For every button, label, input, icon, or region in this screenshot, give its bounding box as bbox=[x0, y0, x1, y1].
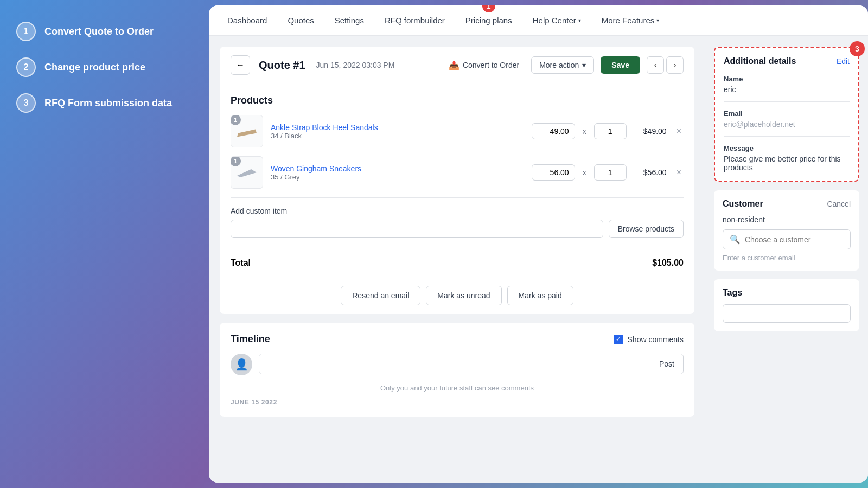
customer-status: non-resident bbox=[723, 215, 851, 224]
total-row: Total $105.00 bbox=[220, 249, 694, 277]
search-customer-input[interactable] bbox=[745, 235, 844, 244]
email-field: Email eric@placeholder.net bbox=[724, 110, 850, 137]
quote-panel: ← Quote #1 Jun 15, 2022 03:03 PM 📥 Conve… bbox=[209, 36, 705, 483]
name-field: Name eric bbox=[724, 75, 850, 102]
nav-quotes[interactable]: Quotes bbox=[285, 11, 316, 29]
customer-header: Customer Cancel bbox=[723, 199, 851, 209]
remove-product-1[interactable]: × bbox=[674, 124, 684, 138]
details-title: Additional details bbox=[724, 56, 796, 66]
customer-card: Customer Cancel non-resident 🔍 Enter a c… bbox=[714, 190, 859, 271]
timeline-title: Timeline bbox=[231, 333, 270, 345]
product-info-1: Ankle Strap Block Heel Sandals 34 / Blac… bbox=[271, 123, 524, 140]
back-button[interactable]: ← bbox=[231, 55, 250, 75]
add-custom-item-section: Add custom item Browse products bbox=[231, 197, 684, 238]
nav-dashboard[interactable]: Dashboard bbox=[225, 11, 269, 29]
product-row-2: 1 Woven Gingham Sneakers 35 / Grey x $56… bbox=[231, 156, 684, 189]
details-badge: 3 bbox=[850, 41, 865, 56]
remove-product-2[interactable]: × bbox=[674, 165, 684, 179]
post-comment-button[interactable]: Post bbox=[650, 354, 683, 374]
product-name-1[interactable]: Ankle Strap Block Heel Sandals bbox=[271, 123, 524, 132]
total-value: $105.00 bbox=[652, 258, 684, 268]
sidebar-step-3[interactable]: 3 RFQ Form submission data bbox=[16, 93, 193, 113]
comment-input[interactable] bbox=[259, 354, 650, 374]
timeline-date-label: JUNE 15 2022 bbox=[231, 399, 684, 406]
next-quote-button[interactable]: › bbox=[666, 56, 684, 74]
message-label: Message bbox=[724, 144, 850, 152]
customer-title: Customer bbox=[723, 199, 763, 209]
sidebar-step-1[interactable]: 1 Convert Quote to Order bbox=[16, 22, 193, 41]
nav-settings[interactable]: Settings bbox=[333, 11, 366, 29]
product-thumbnail-1: 1 bbox=[231, 115, 263, 147]
search-icon: 🔍 bbox=[730, 234, 741, 245]
step-circle-2: 2 bbox=[16, 57, 36, 77]
tags-card: Tags bbox=[714, 279, 859, 331]
products-section: Products 1 Ankle Strap Block Heel Sandal… bbox=[220, 84, 694, 249]
quote-navigation: ‹ › bbox=[647, 56, 684, 74]
total-label: Total bbox=[231, 258, 251, 268]
step-circle-3: 3 bbox=[16, 93, 36, 113]
product-price-input-1[interactable] bbox=[532, 123, 575, 139]
products-title: Products bbox=[231, 95, 684, 106]
timeline-input-row: 👤 Post bbox=[231, 354, 684, 375]
sidebar-step-1-label: Convert Quote to Order bbox=[44, 26, 154, 37]
nav-pricing-plans[interactable]: Pricing plans 1 bbox=[463, 11, 514, 29]
name-label: Name bbox=[724, 75, 850, 83]
show-comments-toggle[interactable]: ✓ Show comments bbox=[614, 335, 684, 344]
product-variant-2: 35 / Grey bbox=[271, 173, 524, 181]
email-label: Email bbox=[724, 110, 850, 118]
product-badge-2: 1 bbox=[231, 156, 241, 166]
product-price-input-2[interactable] bbox=[532, 164, 575, 181]
show-comments-label: Show comments bbox=[628, 335, 684, 344]
nav-more-features[interactable]: More Features ▾ bbox=[599, 11, 662, 29]
help-center-dropdown-icon: ▾ bbox=[578, 17, 581, 23]
add-custom-label: Add custom item bbox=[231, 207, 684, 215]
comment-hint: Only you and your future staff can see c… bbox=[231, 384, 684, 392]
tags-title: Tags bbox=[723, 288, 851, 298]
product-total-1: $49.00 bbox=[634, 127, 667, 136]
comment-input-wrapper: Post bbox=[259, 354, 684, 374]
tags-input[interactable] bbox=[723, 304, 851, 323]
nav-rfq-formbuilder[interactable]: RFQ formbuilder bbox=[382, 11, 447, 29]
mark-unread-button[interactable]: Mark as unread bbox=[426, 286, 501, 305]
header-actions: 📥 Convert to Order More action ▾ Save ‹ … bbox=[443, 56, 684, 74]
customer-email-hint: Enter a customer email bbox=[723, 254, 851, 262]
times-symbol-2: x bbox=[583, 168, 586, 177]
details-header: Additional details Edit bbox=[724, 56, 850, 66]
main-container: Dashboard Quotes Settings RFQ formbuilde… bbox=[209, 5, 868, 483]
search-customer-container[interactable]: 🔍 bbox=[723, 229, 851, 249]
product-row-1: 1 Ankle Strap Block Heel Sandals 34 / Bl… bbox=[231, 115, 684, 147]
quote-header: ← Quote #1 Jun 15, 2022 03:03 PM 📥 Conve… bbox=[220, 47, 694, 84]
edit-details-link[interactable]: Edit bbox=[837, 57, 850, 66]
prev-quote-button[interactable]: ‹ bbox=[647, 56, 664, 74]
product-variant-1: 34 / Black bbox=[271, 132, 524, 140]
product-thumbnail-2: 1 bbox=[231, 156, 263, 189]
convert-icon: 📥 bbox=[449, 60, 459, 70]
sidebar-step-2-label: Change product price bbox=[44, 62, 145, 73]
sidebar-step-3-label: RFQ Form submission data bbox=[44, 98, 172, 109]
custom-item-input[interactable] bbox=[231, 220, 603, 238]
customer-cancel-link[interactable]: Cancel bbox=[827, 200, 851, 208]
right-sidebar: 3 Additional details Edit Name eric Emai… bbox=[705, 36, 868, 483]
product-name-2[interactable]: Woven Gingham Sneakers bbox=[271, 164, 524, 173]
resend-email-button[interactable]: Resend an email bbox=[341, 286, 420, 305]
product-total-2: $56.00 bbox=[634, 168, 667, 177]
quote-date: Jun 15, 2022 03:03 PM bbox=[316, 61, 395, 69]
sandal-icon bbox=[236, 122, 258, 141]
more-action-button[interactable]: More action ▾ bbox=[531, 56, 594, 74]
product-qty-input-2[interactable] bbox=[594, 164, 627, 181]
name-value: eric bbox=[724, 85, 850, 94]
email-value: eric@placeholder.net bbox=[724, 120, 850, 129]
browse-products-button[interactable]: Browse products bbox=[609, 220, 684, 238]
timeline-section: Timeline ✓ Show comments 👤 Post Only you… bbox=[220, 323, 694, 417]
sidebar-step-2[interactable]: 2 Change product price bbox=[16, 57, 193, 77]
mark-paid-button[interactable]: Mark as paid bbox=[507, 286, 573, 305]
message-value: Please give me better price for this pro… bbox=[724, 155, 850, 172]
times-symbol-1: x bbox=[583, 127, 586, 136]
convert-to-order-button[interactable]: 📥 Convert to Order bbox=[443, 57, 525, 74]
nav-help-center[interactable]: Help Center ▾ bbox=[531, 11, 583, 29]
save-button[interactable]: Save bbox=[601, 56, 640, 74]
show-comments-checkbox[interactable]: ✓ bbox=[614, 335, 623, 344]
product-qty-input-1[interactable] bbox=[594, 123, 627, 139]
top-nav: Dashboard Quotes Settings RFQ formbuilde… bbox=[209, 5, 868, 36]
product-info-2: Woven Gingham Sneakers 35 / Grey bbox=[271, 164, 524, 181]
